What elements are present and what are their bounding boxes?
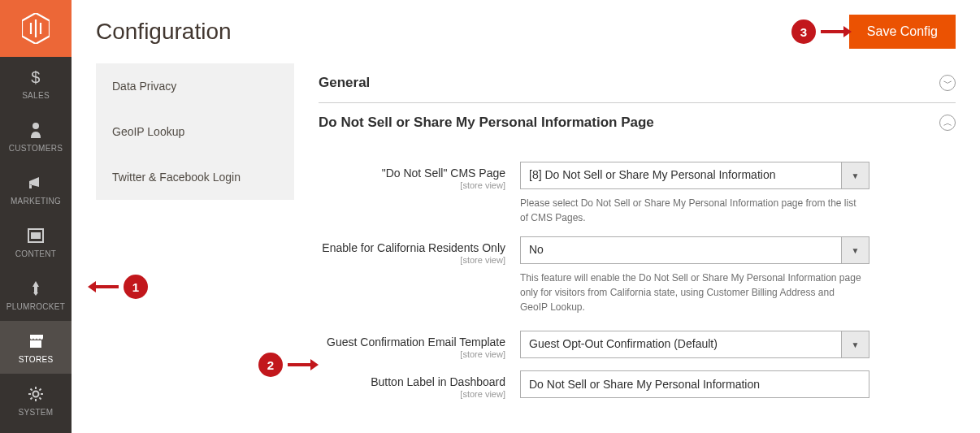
nav-label: SALES: [22, 91, 50, 100]
magento-hex-icon: [22, 13, 50, 44]
page-header: Configuration Save Config: [72, 0, 980, 63]
svg-point-4: [33, 392, 39, 397]
page-title: Configuration: [96, 19, 232, 45]
dropdown-caret-icon: ▼: [841, 237, 869, 263]
main-panel: Configuration Save Config Data Privacy G…: [72, 0, 980, 433]
person-icon: [29, 121, 42, 139]
field-button-label: Button Label in Dashboard [store view]: [319, 370, 956, 399]
content-row: Data Privacy GeoIP Lookup Twitter & Face…: [72, 63, 980, 410]
nav-item-sales[interactable]: $ SALES: [0, 57, 72, 110]
svg-line-11: [39, 389, 41, 391]
section-title: Do Not Sell or Share My Personal Informa…: [319, 115, 654, 131]
tab-geoip-lookup[interactable]: GeoIP Lookup: [96, 109, 294, 154]
field-california-only: Enable for California Residents Only [st…: [319, 236, 956, 314]
do-not-sell-fieldset: "Do Not Sell" CMS Page [store view] [8] …: [319, 142, 956, 399]
svg-rect-3: [30, 340, 41, 348]
section-do-not-sell[interactable]: Do Not Sell or Share My Personal Informa…: [319, 103, 956, 142]
store-icon: [27, 332, 45, 350]
nav-item-content[interactable]: CONTENT: [0, 215, 72, 268]
chevron-down-icon: ﹀: [939, 75, 956, 91]
tab-label: Data Privacy: [112, 80, 176, 93]
label-text: Button Label in Dashboard: [371, 375, 505, 388]
field-control: Guest Opt-Out Confirmation (Default) ▼: [520, 331, 869, 358]
tab-label: Twitter & Facebook Login: [112, 171, 241, 184]
nav-label: SYSTEM: [19, 408, 54, 417]
field-note: This feature will enable the Do Not Sell…: [520, 271, 861, 314]
field-cms-page: "Do Not Sell" CMS Page [store view] [8] …: [319, 162, 956, 225]
scope-hint: [store view]: [319, 389, 505, 399]
nav-item-plumrocket[interactable]: PLUMROCKET: [0, 268, 72, 321]
svg-line-9: [31, 389, 33, 391]
field-control: [8] Do Not Sell or Share My Personal Inf…: [520, 162, 869, 225]
dropdown-caret-icon: ▼: [841, 331, 869, 357]
tab-label: GeoIP Lookup: [112, 125, 184, 138]
gear-icon: [28, 385, 44, 403]
svg-point-0: [33, 123, 39, 129]
field-note: Please select Do Not Sell or Share My Pe…: [520, 196, 861, 225]
cms-page-select[interactable]: [8] Do Not Sell or Share My Personal Inf…: [520, 162, 869, 189]
nav-item-system[interactable]: SYSTEM: [0, 374, 72, 427]
label-text: Enable for California Residents Only: [322, 241, 505, 254]
label-text: Guest Confirmation Email Template: [327, 336, 505, 349]
field-label: "Do Not Sell" CMS Page [store view]: [319, 162, 520, 190]
layout-icon: [28, 227, 44, 245]
nav-label: PLUMROCKET: [7, 302, 65, 311]
scope-hint: [store view]: [319, 180, 505, 190]
nav-label: CUSTOMERS: [9, 144, 63, 153]
scope-hint: [store view]: [319, 255, 505, 265]
button-label-input[interactable]: [520, 370, 869, 398]
dollar-icon: $: [31, 68, 40, 86]
chevron-up-icon: ︿: [939, 115, 956, 131]
select-value: [8] Do Not Sell or Share My Personal Inf…: [521, 162, 841, 188]
section-general[interactable]: General ﹀: [319, 63, 956, 103]
label-text: "Do Not Sell" CMS Page: [382, 167, 505, 180]
svg-rect-2: [31, 232, 41, 239]
admin-sidebar: $ SALES CUSTOMERS MARKETING CONTENT PLUM…: [0, 0, 72, 433]
field-label: Enable for California Residents Only [st…: [319, 236, 520, 265]
nav-item-marketing[interactable]: MARKETING: [0, 162, 72, 215]
nav-item-customers[interactable]: CUSTOMERS: [0, 110, 72, 162]
dropdown-caret-icon: ▼: [841, 162, 869, 188]
svg-line-12: [31, 397, 33, 399]
config-body: General ﹀ Do Not Sell or Share My Person…: [294, 63, 980, 410]
california-select[interactable]: No ▼: [520, 236, 869, 264]
guest-template-select[interactable]: Guest Opt-Out Confirmation (Default) ▼: [520, 331, 869, 358]
rocket-icon: [28, 279, 43, 297]
tab-data-privacy[interactable]: Data Privacy: [96, 63, 294, 109]
select-value: No: [521, 237, 841, 263]
field-control: No ▼ This feature will enable the Do Not…: [520, 236, 869, 314]
field-control: [520, 370, 869, 398]
svg-line-10: [39, 397, 41, 399]
tab-twitter-facebook-login[interactable]: Twitter & Facebook Login: [96, 154, 294, 200]
field-label: Button Label in Dashboard [store view]: [319, 370, 520, 399]
nav-item-stores[interactable]: STORES: [0, 321, 72, 374]
nav-label: STORES: [19, 355, 54, 364]
megaphone-icon: [28, 174, 44, 192]
field-label: Guest Confirmation Email Template [store…: [319, 331, 520, 359]
nav-label: MARKETING: [11, 197, 61, 206]
select-value: Guest Opt-Out Confirmation (Default): [521, 331, 841, 357]
save-config-button[interactable]: Save Config: [849, 15, 956, 49]
section-title: General: [319, 75, 370, 91]
field-guest-template: Guest Confirmation Email Template [store…: [319, 331, 956, 359]
scope-hint: [store view]: [319, 349, 505, 359]
nav-label: CONTENT: [15, 249, 56, 258]
config-tabs: Data Privacy GeoIP Lookup Twitter & Face…: [96, 63, 294, 200]
magento-logo[interactable]: [0, 0, 72, 57]
